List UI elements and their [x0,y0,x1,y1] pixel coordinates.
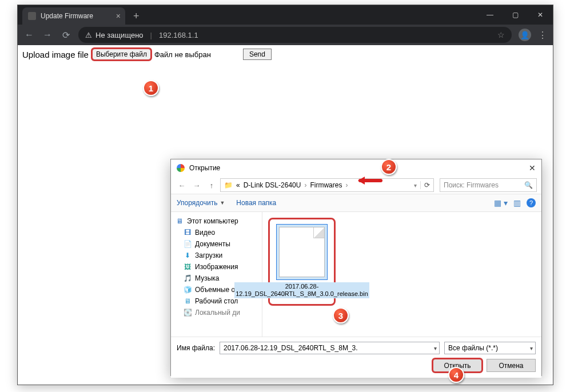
help-icon[interactable]: ? [527,198,536,207]
dialog-footer: Имя файла: 2017.06.28-12.19_DSL_2640RTL_… [171,337,541,378]
back-button[interactable]: ← [23,29,35,41]
tree-label: Загрузки [195,251,222,259]
new-folder-label: Новая папка [236,199,276,207]
breadcrumb-path[interactable]: 📁 « D-Link DSL-2640U › Firmwares › ▾ ⟳ [220,178,434,192]
folder-icon: 📁 [224,181,233,189]
tree-item[interactable]: 🖼Изображения [173,261,260,273]
new-tab-button[interactable]: + [133,10,139,22]
filename-input[interactable]: 2017.06.28-12.19_DSL_2640RTL_S_8M_3. [220,342,440,354]
dialog-forward-button[interactable]: → [190,179,203,191]
upload-label: Upload image file [22,50,89,59]
file-item[interactable]: 2017.06.28-12.19_DSL_2640RTL_S_8M_3.0.0_… [268,218,336,306]
tree-label: Музыка [195,274,219,282]
cancel-button[interactable]: Отмена [487,359,536,372]
filename-value: 2017.06.28-12.19_DSL_2640RTL_S_8M_3. [224,344,358,352]
breadcrumb-parent[interactable]: D-Link DSL-2640U [244,181,301,189]
folder-tree: 🖥Этот компьютер 🎞Видео 📄Документы ⬇Загру… [171,212,262,337]
search-placeholder: Поиск: Firmwares [444,181,499,189]
callout-badge-3: 3 [333,307,349,323]
chevron-right-icon: › [345,181,348,189]
download-icon: ⬇ [184,251,192,259]
window-controls: — ▢ ✕ [477,5,553,25]
browser-titlebar: Update Firmware × + — ▢ ✕ [18,5,553,25]
dialog-close-icon[interactable]: ✕ [529,163,536,173]
browser-menu-icon[interactable]: ⋮ [538,30,547,41]
forward-button[interactable]: → [42,29,53,41]
tree-this-pc[interactable]: 🖥Этот компьютер [173,215,260,227]
organize-label: Упорядочить [177,199,217,207]
callout-arrow [354,177,382,185]
dialog-toolbar: Упорядочить ▼ Новая папка ▦ ▾ ▥ ? [171,194,541,212]
browser-tab[interactable]: Update Firmware × [22,7,125,25]
page-content: Upload image file Выберите файл Файл не … [18,45,553,63]
music-icon: 🎵 [184,274,192,282]
file-type-filter[interactable]: Все файлы (*.*) [444,342,536,354]
cube-icon: 🧊 [184,286,192,294]
filename-label: Имя файла: [177,344,215,352]
choose-file-button[interactable]: Выберите файл [92,49,151,60]
window-close-icon[interactable]: ✕ [528,5,553,25]
file-name-label: 2017.06.28-12.19_DSL_2640RTL_S_8M_3.0.0_… [234,282,369,298]
window-minimize-icon[interactable]: — [477,5,503,25]
dialog-body: 🖥Этот компьютер 🎞Видео 📄Документы ⬇Загру… [171,212,541,337]
tab-title: Update Firmware [41,12,93,20]
callout-badge-2: 2 [381,159,397,175]
tree-label: Этот компьютер [187,217,238,225]
preview-pane-icon[interactable]: ▥ [513,198,521,207]
chevron-right-icon: › [304,181,306,189]
tree-label: Локальный ди [195,309,240,317]
dialog-title: Открытие [189,164,220,172]
separator: | [150,31,152,39]
desktop-icon: 🖥 [184,297,192,305]
document-icon: 📄 [184,240,192,248]
bookmark-star-icon[interactable]: ☆ [497,30,505,39]
security-label: Не защищено [95,31,144,39]
filter-value: Все файлы (*.*) [448,344,498,352]
file-open-dialog: Открытие ✕ ← → ↑ 📁 « D-Link DSL-2640U › … [170,159,542,376]
callout-badge-1: 1 [143,80,159,96]
tree-item[interactable]: 📄Документы [173,238,260,250]
breadcrumb-current[interactable]: Firmwares [310,181,342,189]
refresh-icon[interactable]: ⟳ [420,181,430,189]
tree-item[interactable]: 🎞Видео [173,227,260,238]
dialog-up-button[interactable]: ↑ [205,179,218,191]
security-indicator[interactable]: ⚠ Не защищено [85,31,144,39]
upload-form: Upload image file Выберите файл Файл не … [22,49,548,60]
tree-item[interactable]: 💽Локальный ди [173,307,260,318]
tree-label: Рабочий стол [195,297,238,305]
send-button[interactable]: Send [243,49,272,60]
breadcrumb-prefix: « [236,181,240,189]
new-folder-button[interactable]: Новая папка [236,199,276,207]
tree-label: Документы [195,240,230,248]
video-icon: 🎞 [184,229,192,237]
file-status-text: Файл не выбран [154,50,211,59]
profile-avatar[interactable]: 👤 [519,29,531,41]
warning-icon: ⚠ [85,31,92,39]
chevron-down-icon[interactable]: ▾ [414,182,417,189]
dialog-search-box[interactable]: Поиск: Firmwares 🔍 [440,178,537,192]
dialog-titlebar: Открытие ✕ [171,159,541,177]
chevron-down-icon: ▼ [220,200,225,206]
view-mode-icon[interactable]: ▦ ▾ [494,198,508,207]
monitor-icon: 🖥 [176,217,184,225]
organize-menu[interactable]: Упорядочить ▼ [177,199,225,207]
chrome-icon [177,164,185,172]
tree-label: Видео [195,229,215,237]
window-maximize-icon[interactable]: ▢ [503,5,528,25]
disk-icon: 💽 [184,309,192,317]
address-bar[interactable]: ⚠ Не защищено | 192.168.1.1 ☆ [78,27,512,43]
reload-button[interactable]: ⟳ [60,29,71,41]
file-thumbnail [276,224,328,280]
browser-toolbar: ← → ⟳ ⚠ Не защищено | 192.168.1.1 ☆ 👤 ⋮ [18,25,553,45]
tree-item[interactable]: ⬇Загрузки [173,250,260,261]
tree-label: Изображения [195,263,238,271]
url-text: 192.168.1.1 [159,31,198,39]
callout-badge-4: 4 [448,367,464,383]
tab-close-icon[interactable]: × [116,11,121,21]
search-icon: 🔍 [524,181,533,189]
pictures-icon: 🖼 [184,263,192,271]
dialog-back-button[interactable]: ← [176,179,188,191]
tab-favicon [28,12,36,20]
file-list-pane[interactable]: 2017.06.28-12.19_DSL_2640RTL_S_8M_3.0.0_… [262,212,541,337]
